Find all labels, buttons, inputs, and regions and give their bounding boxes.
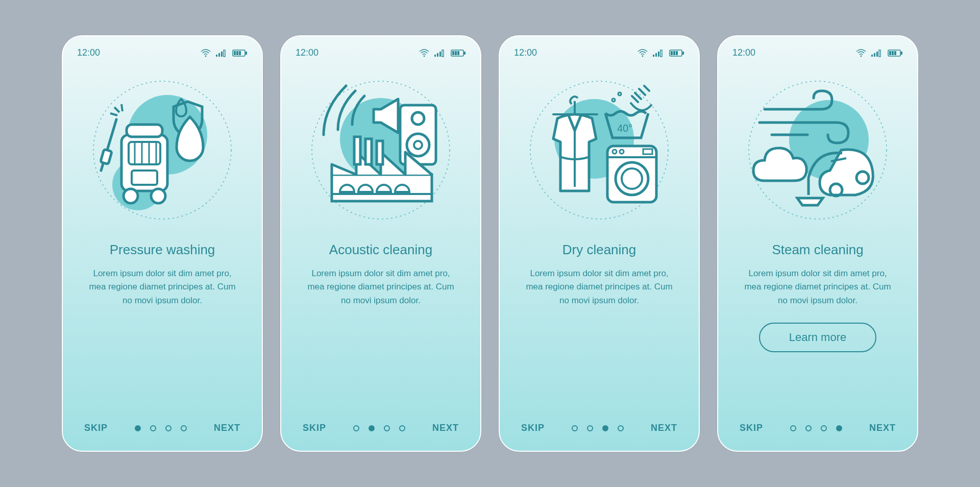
svg-line-25 bbox=[110, 113, 117, 115]
svg-point-21 bbox=[124, 189, 138, 203]
page-indicator bbox=[135, 425, 187, 431]
battery-icon bbox=[669, 49, 684, 57]
svg-rect-7 bbox=[234, 51, 236, 55]
svg-rect-82 bbox=[894, 51, 896, 55]
svg-rect-37 bbox=[457, 51, 459, 55]
page-dot[interactable] bbox=[369, 425, 375, 431]
signal-icon bbox=[216, 49, 227, 57]
onboarding-nav: SKIP NEXT bbox=[718, 423, 917, 433]
page-dot[interactable] bbox=[821, 425, 827, 431]
page-dot[interactable] bbox=[790, 425, 796, 431]
screen-title: Acoustic cleaning bbox=[281, 242, 480, 258]
wifi-icon bbox=[419, 49, 429, 57]
acoustic-cleaning-icon bbox=[281, 63, 480, 237]
svg-point-73 bbox=[861, 55, 862, 57]
page-indicator bbox=[572, 425, 624, 431]
page-dot[interactable] bbox=[384, 425, 390, 431]
status-time: 12:00 bbox=[514, 47, 537, 58]
svg-rect-50 bbox=[653, 55, 654, 57]
svg-rect-45 bbox=[354, 137, 360, 164]
screen-title: Dry cleaning bbox=[500, 242, 699, 258]
svg-rect-1 bbox=[216, 55, 217, 57]
svg-rect-4 bbox=[224, 50, 225, 57]
onboarding-screen: 12:00 Steam cleaning Lorem ipsum dolor s… bbox=[717, 35, 918, 452]
svg-rect-51 bbox=[655, 53, 657, 57]
onboarding-nav: SKIP NEXT bbox=[281, 423, 480, 433]
wifi-icon bbox=[638, 49, 648, 57]
skip-button[interactable]: SKIP bbox=[740, 423, 763, 433]
skip-button[interactable]: SKIP bbox=[521, 423, 545, 433]
screen-body: Lorem ipsum dolor sit dim amet pro, mea … bbox=[63, 258, 262, 307]
page-dot[interactable] bbox=[135, 425, 141, 431]
svg-rect-29 bbox=[434, 55, 436, 57]
learn-more-button[interactable]: Learn more bbox=[759, 323, 876, 352]
page-dot[interactable] bbox=[805, 425, 812, 431]
onboarding-nav: SKIP NEXT bbox=[500, 423, 699, 433]
svg-rect-74 bbox=[871, 55, 873, 57]
svg-rect-46 bbox=[365, 139, 372, 164]
battery-icon bbox=[232, 49, 248, 57]
svg-rect-34 bbox=[464, 52, 465, 55]
svg-point-0 bbox=[205, 55, 207, 57]
svg-rect-77 bbox=[879, 50, 880, 57]
svg-rect-76 bbox=[876, 52, 878, 57]
svg-rect-3 bbox=[221, 52, 223, 57]
svg-rect-80 bbox=[889, 51, 891, 55]
svg-rect-75 bbox=[874, 53, 875, 57]
svg-rect-57 bbox=[673, 51, 675, 55]
svg-rect-52 bbox=[658, 52, 659, 57]
next-button[interactable]: NEXT bbox=[869, 423, 896, 433]
onboarding-screen: 12:00 40° Dry cleaning Lorem ipsum dolor… bbox=[499, 35, 700, 452]
page-dot[interactable] bbox=[181, 425, 187, 431]
screen-title: Steam cleaning bbox=[718, 242, 917, 258]
svg-rect-24 bbox=[101, 149, 112, 164]
skip-button[interactable]: SKIP bbox=[84, 423, 108, 433]
pressure-washing-icon bbox=[63, 63, 262, 237]
page-dot[interactable] bbox=[353, 425, 359, 431]
wifi-icon bbox=[856, 49, 866, 57]
svg-rect-32 bbox=[442, 50, 444, 57]
svg-rect-44 bbox=[332, 175, 432, 201]
page-dot[interactable] bbox=[165, 425, 172, 431]
screen-title: Pressure washing bbox=[63, 242, 262, 258]
svg-rect-36 bbox=[455, 51, 457, 55]
svg-point-28 bbox=[424, 55, 425, 57]
svg-rect-56 bbox=[671, 51, 673, 55]
status-time: 12:00 bbox=[296, 47, 318, 58]
svg-point-64 bbox=[612, 99, 615, 102]
next-button[interactable]: NEXT bbox=[432, 423, 459, 433]
onboarding-nav: SKIP NEXT bbox=[63, 423, 262, 433]
signal-icon bbox=[653, 49, 664, 57]
status-time: 12:00 bbox=[77, 47, 100, 58]
signal-icon bbox=[434, 49, 446, 57]
page-dot[interactable] bbox=[836, 425, 842, 431]
onboarding-screen: 12:00 Acoustic cleaning Lorem ipsum dolo… bbox=[280, 35, 481, 452]
page-dot[interactable] bbox=[602, 425, 608, 431]
page-dot[interactable] bbox=[618, 425, 624, 431]
svg-rect-79 bbox=[901, 52, 902, 55]
svg-rect-31 bbox=[439, 52, 441, 57]
next-button[interactable]: NEXT bbox=[214, 423, 240, 433]
next-button[interactable]: NEXT bbox=[651, 423, 677, 433]
steam-cleaning-icon bbox=[718, 63, 917, 237]
screen-body: Lorem ipsum dolor sit dim amet pro, mea … bbox=[281, 258, 480, 307]
page-indicator bbox=[353, 425, 405, 431]
svg-rect-55 bbox=[682, 52, 684, 55]
status-bar: 12:00 bbox=[281, 36, 480, 58]
screen-body: Lorem ipsum dolor sit dim amet pro, mea … bbox=[500, 258, 699, 307]
wifi-icon bbox=[201, 49, 211, 57]
svg-rect-6 bbox=[246, 52, 247, 55]
status-bar: 12:00 bbox=[500, 36, 699, 58]
screen-body: Lorem ipsum dolor sit dim amet pro, mea … bbox=[718, 258, 917, 307]
page-dot[interactable] bbox=[587, 425, 593, 431]
page-dot[interactable] bbox=[150, 425, 156, 431]
page-dot[interactable] bbox=[399, 425, 405, 431]
status-bar: 12:00 bbox=[63, 36, 262, 58]
page-dot[interactable] bbox=[572, 425, 578, 431]
svg-text:40°: 40° bbox=[617, 123, 632, 134]
svg-rect-47 bbox=[377, 141, 383, 164]
svg-point-49 bbox=[642, 55, 644, 57]
onboarding-screen: 12:00 Pressure washing Lorem ipsum dolor… bbox=[62, 35, 263, 452]
skip-button[interactable]: SKIP bbox=[303, 423, 326, 433]
battery-icon bbox=[451, 49, 466, 57]
